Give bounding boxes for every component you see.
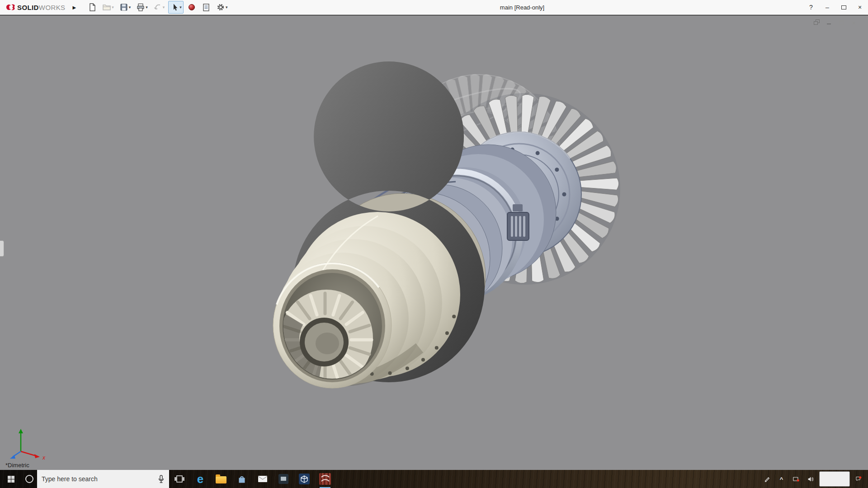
properties-icon [202, 3, 211, 12]
clock-date: 1/11/2019 [823, 479, 847, 486]
search-placeholder: Type here to search [42, 475, 154, 483]
microphone-icon[interactable] [158, 475, 165, 483]
device-icon [793, 476, 799, 483]
document-title: main [Read-only] [244, 0, 800, 15]
chevron-down-icon: ▾ [112, 5, 114, 9]
brand-solid: SOLID [17, 4, 39, 11]
undo-icon [153, 3, 162, 12]
viewport-flyout-tab[interactable] [0, 240, 4, 257]
solidworks-logo: SOLIDWORKS [0, 3, 69, 12]
alert-badge-dot [797, 479, 799, 481]
clock-time: 12:52 PM [823, 472, 847, 479]
jet-engine-model [0, 0, 868, 488]
close-icon: × [852, 19, 856, 26]
minimize-icon [827, 21, 831, 24]
taskbar-app-mail[interactable] [252, 470, 273, 488]
pen-icon [764, 475, 770, 483]
window-controls: ? – × [803, 0, 868, 14]
cube-app-icon [299, 474, 310, 484]
print-icon [136, 3, 145, 12]
solidworks-app-icon [319, 473, 331, 485]
taskbar-app-file-explorer[interactable] [211, 470, 231, 488]
store-bag-icon [237, 475, 246, 483]
taskbar-app-dark-tile[interactable] [273, 470, 294, 488]
minimize-button[interactable]: – [819, 0, 835, 14]
device-status-button[interactable] [790, 470, 802, 488]
document-restore-button[interactable] [812, 19, 820, 26]
notification-badge-dot [859, 476, 861, 479]
open-button[interactable]: ▾ [100, 1, 116, 14]
taskbar-app-store[interactable] [231, 470, 252, 488]
pen-workspace-button[interactable] [761, 470, 773, 488]
properties-button[interactable] [200, 1, 212, 14]
ds-logo-icon [5, 3, 17, 12]
solidworks-window: SOLIDWORKS ▶ ▾ ▾ ▾ ▾ [0, 0, 868, 488]
chevron-down-icon: ▾ [226, 5, 228, 9]
title-bar: SOLIDWORKS ▶ ▾ ▾ ▾ ▾ [0, 0, 868, 15]
solidworks-mark-icon [319, 473, 331, 485]
new-document-icon [88, 3, 97, 12]
toolbar-expand-button[interactable]: ▶ [69, 0, 80, 14]
maximize-button[interactable] [835, 0, 852, 14]
windows-taskbar: Type here to search e [0, 470, 868, 488]
task-view-icon [174, 474, 185, 484]
print-button[interactable]: ▾ [134, 1, 150, 14]
graphics-viewport[interactable]: × x *Dimetric [0, 15, 868, 470]
file-explorer-icon [216, 476, 226, 483]
close-button[interactable]: × [852, 0, 868, 14]
select-button[interactable]: ▾ [168, 1, 184, 14]
cortana-circle-icon[interactable] [25, 475, 33, 483]
taskbar-clock[interactable]: 12:52 PM 1/11/2019 [819, 471, 850, 487]
document-maximize-button[interactable] [837, 19, 845, 26]
taskbar-search-input[interactable]: Type here to search [37, 470, 169, 488]
orientation-triad: x [5, 422, 50, 460]
save-button[interactable]: ▾ [118, 1, 133, 14]
restore-icon [814, 20, 819, 25]
speaker-icon [807, 476, 814, 483]
system-tray: ^ 12:52 PM 1/11/2019 [761, 470, 868, 488]
mail-envelope-icon [258, 475, 268, 483]
open-folder-icon [102, 3, 111, 12]
taskbar-app-solidworks[interactable] [315, 470, 335, 488]
edit-material-button[interactable] [185, 1, 198, 14]
edge-icon: e [197, 473, 203, 485]
document-minimize-button[interactable] [825, 19, 833, 26]
windows-logo-icon [8, 476, 14, 483]
maximize-icon [841, 5, 846, 9]
taskbar-app-edge[interactable]: e [190, 470, 211, 488]
save-icon [119, 3, 128, 12]
action-center-icon [855, 474, 862, 483]
taskbar-app-cube[interactable] [294, 470, 315, 488]
orientation-label: *Dimetric [5, 462, 29, 469]
brand-works: WORKS [39, 4, 66, 11]
taskbar-app-task-view[interactable] [169, 470, 190, 488]
triad-x-label: x [42, 455, 46, 460]
cursor-icon [170, 3, 179, 12]
document-close-button[interactable]: × [850, 19, 858, 26]
new-document-button[interactable] [86, 1, 99, 14]
action-center-button[interactable] [853, 470, 864, 488]
document-window-controls: × [812, 19, 858, 26]
chevron-up-icon: ^ [780, 476, 783, 483]
start-button[interactable] [0, 470, 22, 488]
chevron-down-icon: ▾ [179, 5, 182, 9]
hidden-icons-button[interactable]: ^ [776, 470, 788, 488]
chevron-down-icon: ▾ [146, 5, 148, 9]
chevron-down-icon: ▾ [129, 5, 131, 9]
undo-button[interactable]: ▾ [151, 1, 167, 14]
dark-app-icon [278, 474, 288, 484]
gear-icon [216, 3, 225, 12]
volume-button[interactable] [805, 470, 816, 488]
maximize-icon [839, 21, 844, 25]
help-button[interactable]: ? [803, 0, 819, 14]
material-sphere-icon [187, 3, 196, 12]
chevron-down-icon: ▾ [163, 5, 165, 9]
options-button[interactable]: ▾ [214, 1, 230, 14]
quick-access-toolbar: ▾ ▾ ▾ ▾ ▾ [86, 1, 229, 14]
